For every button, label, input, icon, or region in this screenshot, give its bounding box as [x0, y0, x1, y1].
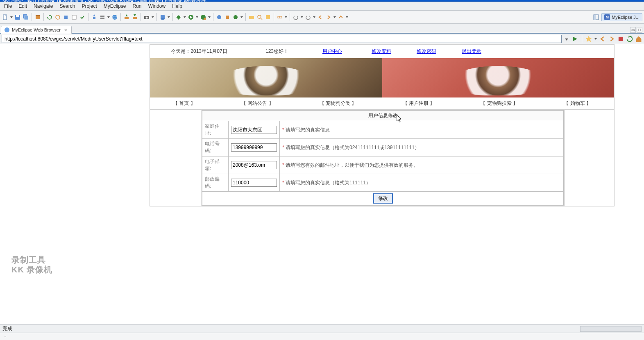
run-dropdown-icon[interactable]	[195, 14, 199, 21]
nav-search[interactable]: 【 宠物狗搜索 】	[479, 100, 519, 107]
current-date: 2013年11月07日	[190, 48, 227, 54]
myeclipse-perspective-icon: M	[604, 14, 610, 20]
menu-help[interactable]: Help	[169, 2, 186, 10]
db-dropdown-icon[interactable]	[167, 14, 170, 21]
debug-dropdown-icon[interactable]	[183, 14, 186, 21]
link-modify-pwd[interactable]: 修改密码	[417, 48, 436, 54]
build-icon[interactable]	[62, 14, 70, 21]
sync-icon[interactable]	[54, 14, 61, 21]
export-icon[interactable]	[131, 14, 138, 21]
run-last-dropdown-icon[interactable]	[208, 14, 211, 21]
fav-dropdown-icon[interactable]	[594, 35, 597, 43]
open-type-dropdown-icon[interactable]	[240, 14, 243, 21]
link-icon[interactable]	[276, 14, 283, 21]
menu-navigate[interactable]: Navigate	[30, 2, 56, 10]
home-icon[interactable]	[635, 35, 642, 43]
watermark-line-2: KK 录像机	[11, 265, 52, 274]
folder-icon[interactable]	[248, 14, 255, 21]
perspective-button[interactable]: M MyEclipse J...	[601, 13, 642, 21]
fwd-dropdown-icon[interactable]	[333, 14, 336, 21]
validate-icon[interactable]	[79, 14, 86, 21]
nav-back-icon[interactable]	[599, 35, 606, 43]
redo-dropdown-icon[interactable]	[313, 14, 316, 21]
status-bar: 完成	[0, 324, 644, 333]
menu-window[interactable]: Window	[145, 2, 169, 10]
open-perspective-icon[interactable]	[592, 14, 600, 21]
save-all-icon[interactable]	[22, 14, 29, 21]
link-logout[interactable]: 退出登录	[462, 48, 481, 54]
fast-view-icon[interactable]: ▫	[2, 334, 8, 340]
stop-icon[interactable]	[617, 35, 624, 43]
input-email[interactable]	[231, 161, 277, 169]
link-modify-info[interactable]: 修改资料	[372, 48, 391, 54]
nav-register[interactable]: 【 用户注册 】	[401, 100, 437, 107]
search-file-icon[interactable]	[256, 14, 263, 21]
up-icon[interactable]	[337, 14, 345, 21]
db-icon[interactable]	[159, 14, 166, 21]
save-icon[interactable]	[14, 14, 21, 21]
input-postcode[interactable]	[231, 179, 277, 187]
nav-home[interactable]: 【 首页 】	[171, 100, 197, 107]
menu-search[interactable]: Search	[56, 2, 78, 10]
svg-point-28	[217, 15, 221, 19]
maximize-view-icon[interactable]: □	[637, 27, 642, 33]
browser-tab-icon	[5, 27, 9, 32]
link-dropdown-icon[interactable]	[284, 14, 288, 21]
svg-rect-11	[100, 16, 104, 17]
svg-point-30	[234, 15, 238, 19]
browser-address-bar	[0, 34, 644, 44]
tab-browser[interactable]: MyEclipse Web Browser ✕	[1, 26, 72, 34]
redo-icon[interactable]	[304, 14, 312, 21]
editor-tab-bar: MyEclipse Web Browser ✕ ▭ □	[0, 24, 644, 34]
menu-project[interactable]: Project	[78, 2, 100, 10]
import-icon[interactable]	[123, 14, 130, 21]
menu-run[interactable]: Run	[129, 2, 145, 10]
debug-icon[interactable]	[175, 14, 182, 21]
new-pkg-icon[interactable]	[224, 14, 231, 21]
svg-rect-10	[93, 17, 95, 19]
up-dropdown-icon[interactable]	[345, 14, 349, 21]
svg-rect-34	[266, 15, 270, 19]
package-icon[interactable]	[34, 14, 41, 21]
refresh-icon[interactable]	[46, 14, 53, 21]
go-icon[interactable]	[571, 35, 579, 43]
reload-icon[interactable]	[626, 35, 633, 43]
new-dropdown-icon[interactable]	[10, 14, 13, 21]
menu-edit[interactable]: Edit	[15, 2, 30, 10]
hint-address: 请填写您的真实信息	[286, 127, 330, 133]
back-icon[interactable]	[317, 14, 324, 21]
undo-dropdown-icon[interactable]	[300, 14, 304, 21]
date-prefix: 今天是：	[171, 48, 190, 54]
nav-cart[interactable]: 【 购物车 】	[562, 100, 593, 107]
input-address[interactable]	[231, 126, 277, 134]
camera-dropdown-icon[interactable]	[151, 14, 154, 21]
menu-file[interactable]: File	[1, 2, 15, 10]
task-icon[interactable]	[264, 14, 272, 21]
url-input[interactable]	[2, 35, 562, 43]
minimize-view-icon[interactable]: ▭	[630, 27, 636, 33]
nav-category[interactable]: 【 宠物狗分类 】	[318, 100, 358, 107]
deploy-icon[interactable]	[91, 14, 98, 21]
run-icon[interactable]	[187, 14, 195, 21]
form-right-spacer	[564, 110, 614, 206]
camera-icon[interactable]	[143, 14, 150, 21]
favorite-icon[interactable]	[585, 35, 592, 43]
url-dropdown-icon[interactable]	[563, 36, 570, 42]
new-icon[interactable]	[2, 14, 9, 21]
close-icon[interactable]: ✕	[63, 27, 68, 32]
link-user-center[interactable]: 用户中心	[322, 48, 342, 54]
nav-notice[interactable]: 【 网站公告 】	[240, 100, 275, 107]
server-icon[interactable]	[99, 14, 106, 21]
input-phone[interactable]	[231, 143, 277, 152]
forward-icon[interactable]	[325, 14, 332, 21]
menu-myeclipse[interactable]: MyEclipse	[100, 2, 129, 10]
open-type-icon[interactable]	[232, 14, 239, 21]
globe-icon[interactable]	[111, 14, 118, 21]
server-dropdown-icon[interactable]	[107, 14, 110, 21]
script-icon[interactable]	[70, 14, 78, 21]
new-class-icon[interactable]	[215, 14, 223, 21]
nav-forward-icon[interactable]	[608, 35, 615, 43]
submit-button[interactable]: 修改	[373, 193, 393, 204]
run-last-icon[interactable]	[200, 14, 207, 21]
undo-icon[interactable]	[292, 14, 299, 21]
